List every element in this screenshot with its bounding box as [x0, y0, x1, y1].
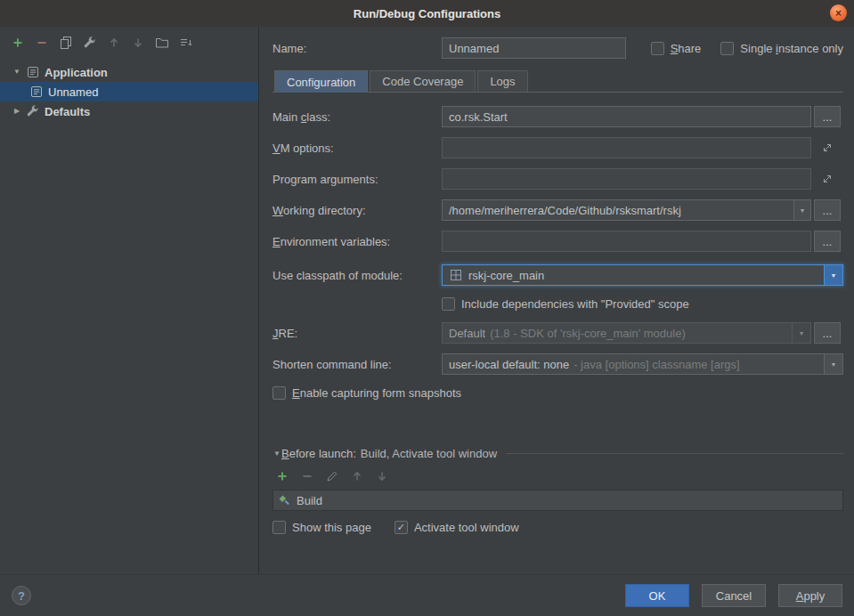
before-launch-header[interactable]: ▼ Before launch: Build, Activate tool wi… — [272, 447, 843, 460]
add-configuration-button[interactable] — [10, 35, 26, 51]
chevron-down-icon[interactable]: ▼ — [792, 323, 810, 343]
module-icon — [449, 268, 463, 282]
vm-options-row: VM options: — [272, 137, 843, 158]
tab-logs[interactable]: Logs — [477, 70, 527, 92]
pencil-icon — [325, 469, 339, 483]
activate-tool-window-label: Activate tool window — [414, 521, 519, 534]
tabstrip: Configuration Code Coverage Logs — [272, 69, 843, 93]
help-button[interactable]: ? — [12, 586, 31, 605]
include-provided-label: Include dependencies with "Provided" sco… — [461, 297, 689, 311]
name-input[interactable] — [442, 37, 626, 59]
arrow-up-icon — [350, 469, 364, 483]
run-debug-configurations-dialog: Run/Debug Configurations × — [0, 0, 854, 616]
window-title: Run/Debug Configurations — [354, 7, 500, 20]
single-instance-label: Single instance only — [740, 42, 843, 55]
program-arguments-field[interactable] — [442, 168, 811, 190]
classpath-module-value: rskj-core_main — [468, 269, 544, 282]
working-directory-value: /home/meriherrera/Code/Github/rsksmart/r… — [449, 204, 681, 217]
tab-configuration[interactable]: Configuration — [274, 70, 368, 93]
main-class-row: Main class: co.rsk.Start ... — [272, 106, 843, 127]
program-arguments-label: Program arguments: — [272, 173, 442, 186]
environment-variables-field[interactable] — [442, 231, 811, 252]
main-class-field[interactable]: co.rsk.Start — [442, 106, 811, 127]
show-this-page-checkbox[interactable] — [272, 521, 286, 534]
footer: ? OK Cancel Apply — [0, 574, 854, 616]
move-task-up-button[interactable] — [349, 468, 365, 484]
expand-vm-options-button[interactable] — [819, 140, 835, 156]
show-this-page-label: Show this page — [292, 521, 371, 534]
vm-options-field[interactable] — [442, 137, 811, 158]
chevron-down-icon[interactable]: ▼ — [824, 354, 842, 374]
copy-configuration-button[interactable] — [58, 35, 74, 51]
include-provided-checkbox[interactable] — [442, 297, 455, 311]
tree-node-defaults[interactable]: ▶ Defaults — [0, 101, 258, 121]
share-label: Share — [671, 42, 702, 55]
shorten-command-line-combo[interactable]: user-local default: none - java [options… — [442, 353, 843, 375]
create-folder-button[interactable] — [154, 35, 170, 51]
shorten-command-line-row: Shorten command line: user-local default… — [272, 353, 843, 375]
main-class-label: Main class: — [272, 110, 442, 124]
gutter — [811, 171, 843, 187]
expand-icon — [820, 172, 834, 186]
share-option: Share — [651, 42, 702, 55]
arrow-down-icon — [131, 36, 145, 50]
close-button[interactable]: × — [830, 4, 847, 21]
working-directory-field[interactable]: /home/meriherrera/Code/Github/rsksmart/r… — [442, 199, 811, 221]
plus-icon — [11, 36, 25, 50]
main-class-value: co.rsk.Start — [449, 110, 508, 124]
edit-defaults-button[interactable] — [82, 35, 98, 51]
minus-icon — [300, 469, 314, 483]
remove-task-button[interactable] — [299, 468, 315, 484]
apply-button[interactable]: Apply — [778, 584, 842, 607]
activate-tool-window-checkbox[interactable]: ✓ — [394, 521, 408, 534]
gutter: ... — [811, 199, 843, 221]
dialog-body: ▼ Application Unnamed ▶ Defaults Name: — [0, 27, 854, 574]
environment-variables-browse-button[interactable]: ... — [814, 231, 841, 252]
include-provided-row: Include dependencies with "Provided" sco… — [272, 296, 843, 312]
ok-button[interactable]: OK — [625, 584, 689, 607]
before-launch-summary: Build, Activate tool window — [361, 447, 497, 460]
before-launch-task-build[interactable]: Build — [273, 490, 842, 510]
sort-configurations-button[interactable] — [178, 35, 194, 51]
gutter: ... — [811, 106, 843, 127]
expand-program-arguments-button[interactable] — [819, 171, 835, 187]
vm-options-label: VM options: — [272, 142, 442, 155]
move-up-button[interactable] — [106, 35, 122, 51]
configurations-sidebar: ▼ Application Unnamed ▶ Defaults — [0, 27, 259, 574]
name-label: Name: — [272, 42, 442, 55]
tree-node-application[interactable]: ▼ Application — [0, 62, 258, 82]
close-icon: × — [835, 8, 842, 19]
before-launch-task-list: Build — [272, 490, 843, 511]
add-task-button[interactable] — [274, 468, 290, 484]
move-down-button[interactable] — [130, 35, 146, 51]
separator-line — [506, 453, 843, 454]
main-class-browse-button[interactable]: ... — [814, 106, 841, 127]
jre-browse-button[interactable]: ... — [814, 322, 841, 344]
classpath-module-combo[interactable]: rskj-core_main ▼ — [442, 264, 843, 286]
cancel-button[interactable]: Cancel — [702, 584, 766, 607]
minus-icon — [35, 36, 49, 50]
edit-task-button[interactable] — [324, 468, 340, 484]
wrench-icon — [26, 104, 40, 118]
remove-configuration-button[interactable] — [34, 35, 50, 51]
chevron-down-icon[interactable]: ▼ — [824, 265, 842, 285]
plus-icon — [275, 469, 289, 483]
shorten-command-line-label: Shorten command line: — [272, 358, 442, 371]
tab-code-coverage[interactable]: Code Coverage — [370, 70, 476, 92]
show-this-page-option: Show this page — [272, 521, 371, 534]
environment-variables-label: Environment variables: — [272, 235, 442, 248]
share-checkbox[interactable] — [651, 42, 664, 55]
single-instance-checkbox[interactable] — [720, 42, 734, 55]
enable-capturing-checkbox[interactable] — [272, 386, 286, 400]
chevron-down-icon[interactable]: ▼ — [12, 69, 21, 76]
jre-combo[interactable]: Default (1.8 - SDK of 'rskj-core_main' m… — [442, 322, 811, 344]
chevron-down-icon[interactable]: ▼ — [793, 200, 810, 220]
jre-row: JRE: Default (1.8 - SDK of 'rskj-core_ma… — [272, 322, 843, 344]
tree-node-unnamed[interactable]: Unnamed — [0, 82, 258, 101]
folder-icon — [155, 36, 169, 50]
chevron-right-icon[interactable]: ▶ — [12, 108, 21, 115]
before-launch-toolbar — [274, 468, 843, 484]
tree-node-label: Defaults — [45, 105, 90, 118]
move-task-down-button[interactable] — [374, 468, 390, 484]
working-directory-browse-button[interactable]: ... — [814, 199, 841, 221]
